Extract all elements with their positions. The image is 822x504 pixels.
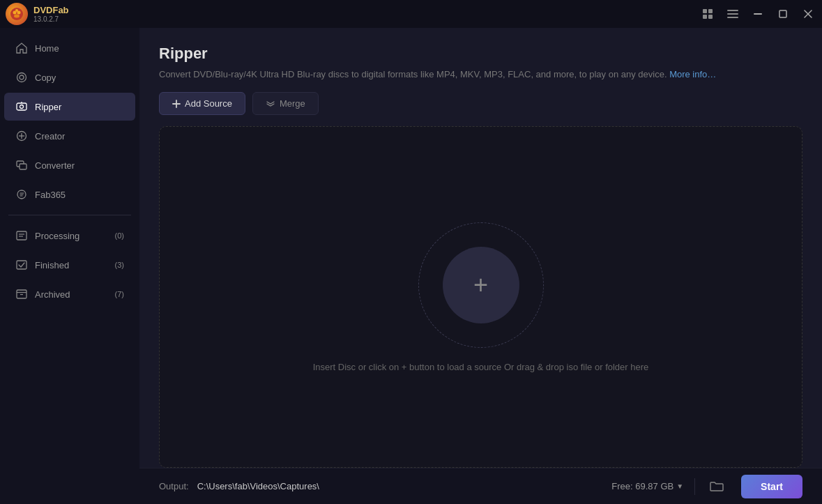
- output-path: C:\Users\fab\Videos\Captures\: [197, 481, 604, 491]
- sidebar-item-finished[interactable]: Finished (3): [4, 251, 135, 279]
- svg-rect-26: [17, 231, 26, 240]
- finished-count: (3): [115, 261, 124, 269]
- svg-rect-29: [17, 261, 26, 269]
- app-title-version: DVDFab 13.0.2.7: [33, 5, 69, 24]
- title-bar: DVDFab 13.0.2.7: [0, 0, 822, 28]
- drop-zone-instruction: Insert Disc or click on + button to load…: [313, 362, 649, 372]
- add-source-plus-icon: [172, 100, 181, 108]
- toolbar: Add Source Merge: [139, 92, 822, 126]
- svg-rect-5: [703, 9, 707, 13]
- creator-icon: [15, 130, 28, 142]
- drop-zone-outer-ring: +: [418, 222, 544, 348]
- sidebar-label-processing: Processing: [35, 231, 79, 241]
- ripper-icon: [15, 100, 28, 113]
- puzzle-icon[interactable]: [699, 6, 716, 22]
- svg-point-16: [17, 73, 26, 82]
- output-bar-divider: [694, 478, 695, 495]
- minimize-button[interactable]: [749, 6, 766, 22]
- merge-icon: [266, 99, 275, 109]
- sidebar-item-fab365[interactable]: Fab365: [4, 181, 135, 208]
- sidebar-divider: [8, 215, 131, 215]
- sidebar-item-ripper[interactable]: Ripper: [4, 93, 135, 121]
- sidebar-label-creator: Creator: [35, 131, 65, 142]
- window-controls: [699, 6, 816, 22]
- output-label: Output:: [159, 481, 189, 491]
- converter-icon: [15, 159, 28, 171]
- finished-icon: [15, 259, 28, 271]
- sidebar-item-archived[interactable]: Archived (7): [4, 280, 135, 308]
- page-description-text: Convert DVD/Blu-ray/4K Ultra HD Blu-ray …: [159, 69, 667, 79]
- svg-rect-10: [727, 13, 738, 15]
- home-icon: [15, 42, 28, 54]
- maximize-button[interactable]: [775, 6, 791, 22]
- content-header: Ripper Convert DVD/Blu-ray/4K Ultra HD B…: [139, 28, 822, 92]
- sidebar-label-converter: Converter: [35, 160, 75, 171]
- output-bar: Output: C:\Users\fab\Videos\Captures\ Fr…: [139, 468, 822, 504]
- more-info-link[interactable]: More info…: [669, 69, 716, 79]
- app-version: 13.0.2.7: [33, 15, 69, 23]
- app-branding: DVDFab 13.0.2.7: [6, 3, 69, 25]
- sidebar-label-ripper: Ripper: [35, 102, 61, 112]
- processing-count: (0): [115, 231, 124, 240]
- sidebar-label-home: Home: [35, 43, 59, 54]
- app-name: DVDFab: [33, 5, 69, 16]
- processing-icon: [15, 229, 28, 242]
- page-description: Convert DVD/Blu-ray/4K Ultra HD Blu-ray …: [159, 68, 802, 81]
- drop-zone[interactable]: + Insert Disc or click on + button to lo…: [159, 126, 802, 468]
- page-title: Ripper: [159, 45, 802, 63]
- add-source-plus-large: +: [473, 273, 488, 298]
- sidebar-label-archived: Archived: [35, 289, 70, 300]
- svg-rect-9: [727, 10, 738, 11]
- fab365-icon: [15, 188, 28, 201]
- svg-point-17: [20, 75, 24, 79]
- menu-icon[interactable]: [724, 6, 741, 22]
- start-button[interactable]: Start: [741, 475, 802, 498]
- content-area: Ripper Convert DVD/Blu-ray/4K Ultra HD B…: [139, 28, 822, 504]
- main-layout: Home Copy Ripper: [0, 28, 822, 504]
- sidebar-label-finished: Finished: [35, 260, 69, 270]
- svg-point-19: [20, 105, 24, 109]
- svg-rect-11: [727, 17, 738, 18]
- merge-button[interactable]: Merge: [252, 92, 319, 115]
- free-space[interactable]: Free: 69.87 GB ▼: [611, 481, 683, 491]
- svg-point-3: [14, 15, 20, 18]
- merge-label: Merge: [280, 98, 305, 109]
- sidebar-item-processing[interactable]: Processing (0): [4, 222, 135, 250]
- browse-folder-button[interactable]: [706, 476, 727, 497]
- free-space-caret-icon: ▼: [676, 482, 683, 490]
- sidebar-item-home[interactable]: Home: [4, 34, 135, 62]
- sidebar: Home Copy Ripper: [0, 28, 139, 504]
- copy-icon: [15, 71, 28, 84]
- svg-point-4: [15, 9, 18, 12]
- svg-rect-13: [779, 10, 786, 17]
- sidebar-item-creator[interactable]: Creator: [4, 122, 135, 150]
- free-space-text: Free: 69.87 GB: [611, 481, 673, 491]
- sidebar-label-fab365: Fab365: [35, 190, 66, 200]
- close-button[interactable]: [800, 6, 816, 22]
- svg-rect-18: [17, 103, 26, 110]
- sidebar-item-converter[interactable]: Converter: [4, 151, 135, 179]
- svg-rect-7: [703, 15, 707, 19]
- archived-icon: [15, 288, 28, 300]
- archived-count: (7): [115, 290, 124, 298]
- add-source-label: Add Source: [185, 98, 232, 109]
- add-source-circle-button[interactable]: +: [443, 247, 519, 323]
- svg-rect-8: [708, 15, 713, 19]
- svg-rect-12: [754, 13, 762, 15]
- app-logo: [6, 3, 28, 25]
- svg-rect-6: [708, 9, 713, 13]
- sidebar-item-copy[interactable]: Copy: [4, 63, 135, 91]
- add-source-button[interactable]: Add Source: [159, 92, 245, 115]
- sidebar-label-copy: Copy: [35, 72, 56, 83]
- svg-rect-25: [20, 164, 26, 169]
